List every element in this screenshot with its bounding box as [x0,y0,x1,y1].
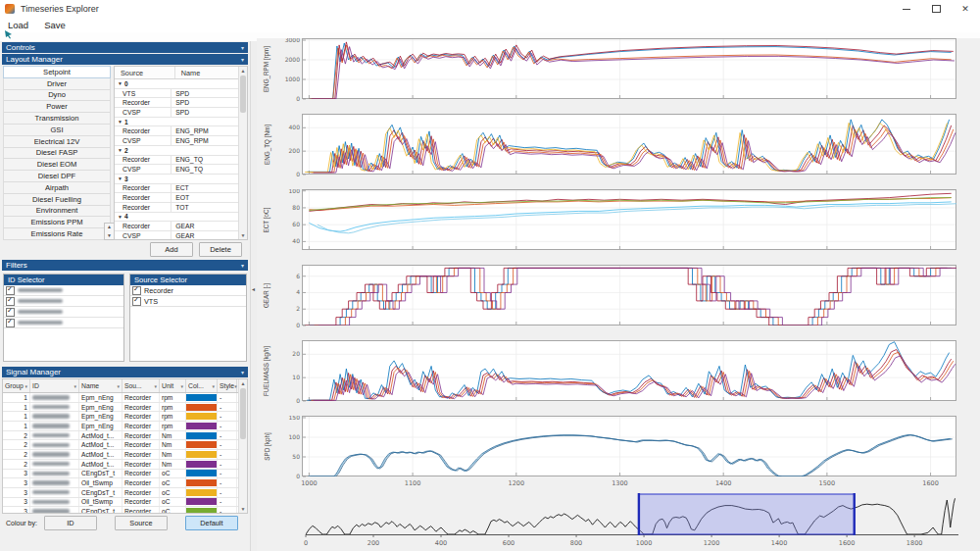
layout-table-scrollbar[interactable]: ▲ ▼ [238,67,247,239]
signal-row[interactable]: 1Epm_nEngRecorderrpm- [3,412,239,422]
signal-row[interactable]: 2ActMod_t...RecorderNm- [3,460,239,470]
controls-header[interactable]: Controls ▾ [2,42,248,53]
close-button[interactable]: ✕ [951,0,980,18]
close-icon: ✕ [961,5,969,14]
sort-caret-icon: ▾ [74,383,76,389]
overview-selection-window[interactable] [639,494,855,534]
id-selector-item[interactable] [4,296,123,307]
plot-canvas-overview[interactable]: 020040060080010001200140016001800 [276,493,978,546]
layout-table-row[interactable]: RecorderTOT [115,203,239,213]
scrollbar-thumb[interactable] [240,75,246,113]
add-button[interactable]: Add [150,242,193,257]
sort-caret-icon: ▾ [24,383,27,389]
colour-by-source-button[interactable]: Source [115,516,168,530]
redacted-id-label [32,490,70,495]
scroll-up-icon[interactable]: ▲ [239,67,247,75]
layout-table-row[interactable]: CVSPSPD [115,108,239,118]
layout-table-row[interactable]: RecorderENG_RPM [115,126,239,136]
source-selector-item-recorder[interactable]: Recorder [130,285,246,296]
checkbox-checked-icon[interactable] [6,319,15,327]
colour-swatch [186,394,217,401]
cell-group: 3 [3,478,30,487]
signal-column-unit[interactable]: Unit▾ [160,379,186,392]
cell-name: SPD [171,98,239,107]
cell-group: 3 [3,488,30,497]
layout-manager-header[interactable]: Layout Manager ▾ [2,54,248,65]
signal-row[interactable]: 3CEngDsT_tRecorderoC- [3,488,239,498]
scroll-down-icon[interactable]: ▼ [239,231,247,239]
id-selector-item[interactable] [4,318,123,328]
cell-unit: oC [160,507,186,513]
minimize-button[interactable] [892,0,921,18]
layout-table-row[interactable]: RecorderENG_TQ [115,156,239,166]
signal-row[interactable]: 3Oil_tSwmpRecorderoC- [3,478,239,488]
layout-table-group-row[interactable]: ▼4 [115,213,239,223]
signal-column-style[interactable]: Style▾ [218,379,237,392]
signal-column-group[interactable]: Group▾ [3,379,30,392]
layout-table-row[interactable]: VTSSPD [115,89,239,99]
checkbox-checked-icon[interactable] [132,286,141,295]
layout-table-group-row[interactable]: ▼2 [115,146,239,156]
cell-id [30,460,79,469]
layout-table-row[interactable]: RecorderEOT [115,193,239,203]
cell-source: Recorder [122,403,160,412]
title-bar: Timeseries Explorer ✕ [0,0,980,19]
signal-column-id[interactable]: ID▾ [30,379,79,392]
layout-table-row[interactable]: RecorderSPD [115,98,239,108]
layout-table-row[interactable]: CVSPENG_RPM [115,136,239,146]
layout-item-setpoint[interactable]: Setpoint [3,66,111,78]
svg-text:0: 0 [296,322,300,328]
signal-row[interactable]: 3Oil_tSwmpRecorderoC- [3,498,239,508]
source-selector-item-vts[interactable]: VTS [130,296,246,307]
scrollbar-thumb[interactable] [240,388,246,439]
menu-save[interactable]: Save [36,20,74,30]
scroll-down-icon[interactable]: ▼ [239,505,247,513]
signal-row[interactable]: 3CEngDsT_tRecorderoC- [3,507,239,513]
layout-table-row[interactable]: RecorderECT [115,184,239,194]
pointer-tool-icon[interactable] [4,29,14,39]
layout-table-group-row[interactable]: ▼3 [115,175,239,184]
layout-table-row[interactable]: RecorderGEAR [115,222,239,231]
checkbox-checked-icon[interactable] [132,297,141,306]
signal-row[interactable]: 1Epm_nEngRecorderrpm- [3,393,239,403]
signal-table-scrollbar[interactable]: ▲ ▼ [238,379,247,513]
cell-id [30,488,79,497]
layout-list: SetpointDriverDynoPowerTransmissionGSIEl… [2,66,114,240]
signal-row[interactable]: 3CEngDsT_tRecorderoC- [3,470,239,479]
cell-unit: Nm [160,460,186,469]
layout-table-group-row[interactable]: ▼0 [115,79,239,89]
colour-swatch [186,441,217,448]
checkbox-checked-icon[interactable] [6,308,15,317]
colour-by-default-button[interactable]: Default [185,516,238,530]
scroll-up-icon[interactable]: ▲ [239,379,247,387]
signal-row[interactable]: 2ActMod_t...RecorderNm- [3,431,239,441]
restore-button[interactable] [921,0,951,18]
cell-colour [186,470,218,478]
signal-column-name[interactable]: Name▾ [79,379,122,392]
layout-table-row[interactable]: CVSPENG_TQ [115,165,239,175]
filters-header[interactable]: Filters ▾ [2,260,248,271]
cell-name: GEAR [171,222,239,230]
colour-by-id-button[interactable]: ID [44,516,97,530]
cell-name: ActMod_t... [79,460,122,469]
signal-row[interactable]: 1Epm_nEngRecorderrpm- [3,422,239,431]
layout-table-group-row[interactable]: ▼1 [115,118,239,127]
checkbox-checked-icon[interactable] [6,297,15,306]
id-selector-item[interactable] [4,307,123,318]
signal-column-col[interactable]: Col...▾ [186,379,218,392]
column-name[interactable]: Name [174,67,247,78]
ylabel-ect: ECT [oC] [257,189,276,250]
signal-row[interactable]: 2ActMod_t...RecorderNm- [3,440,239,450]
signal-row[interactable]: 2ActMod_t...RecorderNm- [3,450,239,460]
signal-row[interactable]: 1Epm_nEngRecorderrpm- [3,403,239,413]
column-label: Col... [188,382,204,389]
signal-manager-table: Group▾ID▾Name▾Sou...▾Unit▾Col...▾Style▾ … [2,378,248,514]
layout-table-row[interactable]: CVSPGEAR [115,231,239,239]
signal-manager-header[interactable]: Signal Manager ▾ [2,367,248,377]
delete-button[interactable]: Delete [199,242,242,257]
column-source[interactable]: Source [115,67,174,78]
id-selector-item[interactable] [4,285,123,296]
layout-item-emissions-rate[interactable]: Emissions Rate [3,227,111,240]
signal-column-sou[interactable]: Sou...▾ [122,379,160,392]
checkbox-checked-icon[interactable] [6,286,15,295]
